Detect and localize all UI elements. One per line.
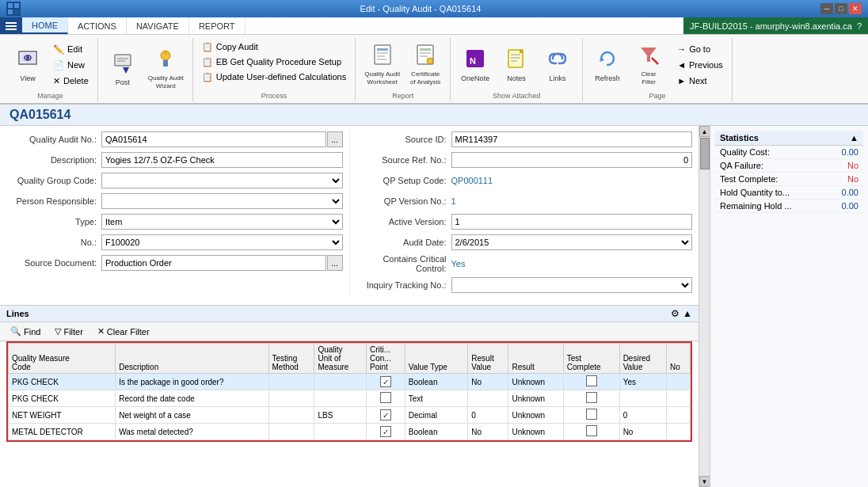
qp-setup-code-link[interactable]: QP000111 bbox=[451, 176, 493, 185]
quality-audit-worksheet-button[interactable]: Quality AuditWorksheet bbox=[360, 43, 404, 87]
stat-value: 0.00 bbox=[842, 188, 858, 197]
maximize-button[interactable]: □ bbox=[835, 3, 847, 14]
scroll-thumb[interactable] bbox=[700, 138, 710, 169]
description-input[interactable] bbox=[101, 152, 343, 168]
minimize-button[interactable]: ─ bbox=[820, 3, 833, 14]
quality-audit-no-browse[interactable]: ... bbox=[327, 131, 343, 147]
table-row[interactable]: PKG CHECK Is the package in good order? … bbox=[9, 374, 691, 390]
filter-button[interactable]: ▽ Filter bbox=[51, 325, 86, 338]
menu-bar: HOME ACTIONS NAVIGATE REPORT JF-BUILD201… bbox=[0, 17, 868, 35]
checkbox[interactable] bbox=[586, 375, 597, 386]
post-buttons: Post Quality AuditWizard bbox=[103, 40, 188, 98]
no-label: No.: bbox=[6, 238, 101, 247]
menu-tab-report[interactable]: REPORT bbox=[189, 17, 246, 34]
cell-result-value: No bbox=[468, 424, 508, 440]
no-select[interactable]: F100020 bbox=[101, 234, 343, 250]
view-button[interactable]: View bbox=[8, 43, 48, 87]
lines-collapse-icon[interactable]: ▲ bbox=[683, 308, 692, 319]
table-row[interactable]: METAL DETECTOR Was metal detected? Boole… bbox=[9, 424, 691, 440]
checkbox[interactable] bbox=[586, 392, 597, 403]
lines-settings-icon[interactable]: ⚙ bbox=[671, 308, 680, 319]
checkbox[interactable] bbox=[380, 392, 391, 403]
goto-button[interactable]: → Go to bbox=[673, 42, 727, 56]
contains-critical-row: Contains Critical Control: Yes bbox=[356, 254, 693, 273]
person-responsible-select[interactable] bbox=[101, 193, 343, 209]
quality-audit-no-field: ... bbox=[101, 131, 343, 147]
form-left: Quality Audit No.: ... Description: bbox=[6, 131, 349, 297]
source-document-browse[interactable]: ... bbox=[327, 255, 343, 271]
svg-rect-5 bbox=[6, 25, 17, 27]
type-select[interactable]: Item bbox=[101, 214, 343, 230]
post-icon bbox=[112, 51, 134, 77]
col-header-critical: Criti...Con...Point bbox=[366, 344, 405, 374]
table-row[interactable]: PKG CHECK Record the date code Text Unkn… bbox=[9, 390, 691, 407]
delete-button[interactable]: ✕ Delete bbox=[49, 74, 93, 88]
menu-tab-home[interactable]: HOME bbox=[22, 17, 68, 34]
col-header-test-complete: TestComplete bbox=[563, 344, 619, 374]
statistics-collapse-icon[interactable]: ▲ bbox=[850, 133, 858, 143]
find-button[interactable]: 🔍 Find bbox=[6, 325, 44, 338]
checkbox[interactable] bbox=[586, 425, 597, 436]
close-button[interactable]: ✕ bbox=[849, 3, 862, 14]
refresh-button[interactable]: Refresh bbox=[588, 43, 627, 87]
clear-filter-button[interactable]: ClearFilter bbox=[629, 43, 668, 87]
svg-rect-19 bbox=[377, 48, 388, 51]
update-calculations-button[interactable]: 📋 Update User-defined Calculations bbox=[198, 70, 350, 84]
quality-group-code-select[interactable] bbox=[101, 173, 343, 188]
help-icon[interactable]: ? bbox=[857, 21, 862, 31]
cell-quality-unit bbox=[314, 390, 367, 407]
post-button[interactable]: Post bbox=[103, 47, 143, 91]
checkbox[interactable] bbox=[380, 376, 391, 387]
scroll-down-button[interactable]: ▼ bbox=[699, 476, 710, 487]
table-row[interactable]: NET WEIGHT Net weight of a case LBS Deci… bbox=[9, 407, 691, 424]
source-id-field bbox=[451, 131, 693, 147]
clear-filter-icon bbox=[638, 44, 660, 69]
source-id-input[interactable] bbox=[451, 131, 693, 147]
next-icon: ► bbox=[677, 76, 686, 86]
type-row: Type: Item bbox=[6, 213, 343, 230]
svg-rect-25 bbox=[420, 52, 431, 54]
previous-icon: ◄ bbox=[677, 60, 686, 70]
checkbox[interactable] bbox=[586, 409, 597, 420]
certificate-analysis-button[interactable]: Certificateof Analysis bbox=[405, 43, 445, 87]
source-ref-no-input[interactable] bbox=[451, 152, 693, 168]
content-area: QA015614 Quality Audit No.: ... Descr bbox=[0, 105, 868, 487]
new-button[interactable]: 📄 New bbox=[49, 58, 93, 72]
links-button[interactable]: Links bbox=[538, 43, 577, 87]
quality-audit-no-input[interactable] bbox=[101, 131, 326, 147]
form-section: Quality Audit No.: ... Description: bbox=[0, 126, 699, 302]
menu-tab-actions[interactable]: ACTIONS bbox=[68, 17, 127, 34]
qp-version-no-link[interactable]: 1 bbox=[451, 196, 456, 206]
app-menu-button[interactable] bbox=[0, 17, 22, 34]
next-button[interactable]: ► Next bbox=[673, 74, 727, 88]
window-controls: ─ □ ✕ bbox=[820, 3, 862, 14]
menu-tab-navigate[interactable]: NAVIGATE bbox=[127, 17, 189, 34]
stat-label: QA Failure: bbox=[720, 161, 763, 170]
quality-audit-no-row: Quality Audit No.: ... bbox=[6, 131, 343, 148]
lines-clear-filter-button[interactable]: ✕ Clear Filter bbox=[93, 325, 154, 338]
lines-table: Quality MeasureCode Description TestingM… bbox=[8, 343, 691, 440]
audit-date-select[interactable]: 2/6/2015 bbox=[451, 234, 693, 250]
active-version-input[interactable] bbox=[451, 214, 693, 230]
user-badge: JF-BUILD2015 - amurphy-win8.axentia.ca ? bbox=[683, 17, 868, 34]
find-icon: 🔍 bbox=[10, 326, 21, 337]
copy-audit-button[interactable]: 📋 Copy Audit bbox=[198, 40, 350, 54]
get-quality-procedure-button[interactable]: 📋 EB Get Quality Procedure Setup bbox=[198, 55, 350, 69]
checkbox[interactable] bbox=[380, 409, 391, 420]
checkbox[interactable] bbox=[380, 426, 391, 437]
source-document-input[interactable] bbox=[101, 255, 326, 271]
edit-button[interactable]: ✏️ Edit bbox=[49, 42, 93, 56]
table-header-row: Quality MeasureCode Description TestingM… bbox=[9, 344, 691, 374]
quality-audit-wizard-button[interactable]: Quality AuditWizard bbox=[144, 47, 188, 91]
previous-button[interactable]: ◄ Previous bbox=[673, 58, 727, 72]
notes-icon bbox=[505, 48, 527, 73]
scroll-up-button[interactable]: ▲ bbox=[699, 126, 710, 137]
svg-point-10 bbox=[26, 56, 29, 59]
clear-filter-label: ClearFilter bbox=[641, 70, 657, 86]
onenote-button[interactable]: N OneNote bbox=[455, 43, 495, 87]
cell-critical bbox=[366, 407, 405, 424]
qp-setup-code-label: QP Setup Code: bbox=[356, 176, 451, 185]
inquiry-tracking-select[interactable] bbox=[451, 277, 693, 293]
get-quality-procedure-icon: 📋 bbox=[202, 57, 213, 67]
notes-button[interactable]: Notes bbox=[497, 43, 536, 87]
